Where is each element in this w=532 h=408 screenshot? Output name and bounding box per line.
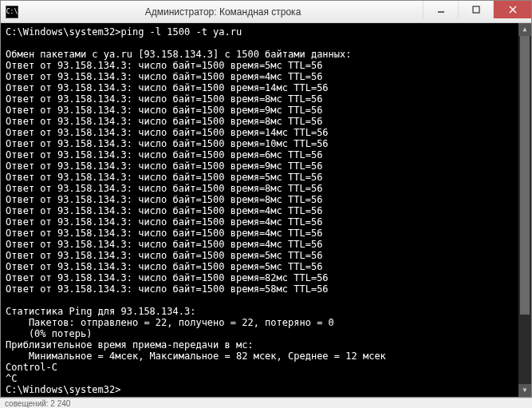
ping-reply: Ответ от 93.158.134.3: число байт=1500 в…: [6, 71, 526, 82]
ping-reply: Ответ от 93.158.134.3: число байт=1500 в…: [6, 127, 526, 138]
ping-reply: Ответ от 93.158.134.3: число байт=1500 в…: [6, 149, 526, 160]
ping-reply: Ответ от 93.158.134.3: число байт=1500 в…: [6, 250, 526, 261]
scrollbar[interactable]: ▲ ▼: [518, 23, 531, 397]
cmd-icon: C:\: [6, 6, 18, 18]
close-button[interactable]: [493, 1, 531, 18]
scroll-track[interactable]: [518, 36, 531, 384]
ping-reply: Ответ от 93.158.134.3: число байт=1500 в…: [6, 82, 526, 93]
maximize-button[interactable]: [458, 1, 493, 18]
scroll-up-icon[interactable]: ▲: [518, 23, 531, 36]
ping-reply: Ответ от 93.158.134.3: число байт=1500 в…: [6, 239, 526, 250]
caret-c: ^C: [6, 373, 526, 384]
ping-reply: Ответ от 93.158.134.3: число байт=1500 в…: [6, 205, 526, 216]
ping-reply: Ответ от 93.158.134.3: число байт=1500 в…: [6, 160, 526, 172]
blank-line: [6, 295, 526, 306]
ping-reply: Ответ от 93.158.134.3: число байт=1500 в…: [6, 183, 526, 194]
cmd-window: C:\ Администратор: Командная строка C:\W…: [0, 0, 532, 398]
terminal-content: C:\Windows\system32>ping -l 1500 -t ya.r…: [6, 26, 526, 395]
stats-rtt-header: Приблизительное время приема-передачи в …: [6, 339, 526, 351]
ping-header: Обмен пакетами с ya.ru [93.158.134.3] с …: [6, 49, 526, 60]
scroll-thumb[interactable]: [520, 36, 530, 315]
blank-line: [6, 38, 526, 49]
status-strip: совещений: 2 240: [0, 398, 532, 408]
ping-reply: Ответ от 93.158.134.3: число байт=1500 в…: [6, 60, 526, 71]
stats-header: Статистика Ping для 93.158.134.3:: [6, 306, 526, 317]
ping-reply: Ответ от 93.158.134.3: число байт=1500 в…: [6, 228, 526, 239]
svg-rect-1: [473, 6, 479, 13]
ping-reply: Ответ от 93.158.134.3: число байт=1500 в…: [6, 93, 526, 105]
control-c: Control-C: [6, 362, 526, 373]
ping-reply: Ответ от 93.158.134.3: число байт=1500 в…: [6, 283, 526, 295]
ping-reply: Ответ от 93.158.134.3: число байт=1500 в…: [6, 216, 526, 228]
titlebar[interactable]: C:\ Администратор: Командная строка: [1, 1, 531, 23]
stats-rtt: Минимальное = 4мсек, Максимальное = 82 м…: [6, 351, 526, 362]
ping-reply: Ответ от 93.158.134.3: число байт=1500 в…: [6, 172, 526, 183]
scroll-down-icon[interactable]: ▼: [518, 384, 531, 397]
terminal-area[interactable]: C:\Windows\system32>ping -l 1500 -t ya.r…: [1, 23, 531, 397]
ping-reply: Ответ от 93.158.134.3: число байт=1500 в…: [6, 116, 526, 127]
ping-reply: Ответ от 93.158.134.3: число байт=1500 в…: [6, 105, 526, 116]
ping-reply: Ответ от 93.158.134.3: число байт=1500 в…: [6, 261, 526, 272]
prompt-line: C:\Windows\system32>ping -l 1500 -t ya.r…: [6, 26, 526, 38]
ping-reply: Ответ от 93.158.134.3: число байт=1500 в…: [6, 194, 526, 205]
prompt-line: C:\Windows\system32>: [6, 384, 526, 395]
ping-reply: Ответ от 93.158.134.3: число байт=1500 в…: [6, 272, 526, 283]
window-title: Администратор: Командная строка: [23, 6, 423, 18]
window-controls: [423, 1, 531, 22]
ping-reply: Ответ от 93.158.134.3: число байт=1500 в…: [6, 138, 526, 149]
stats-packets: Пакетов: отправлено = 22, получено = 22,…: [6, 317, 526, 328]
stats-loss: (0% потерь): [6, 328, 526, 339]
minimize-button[interactable]: [423, 1, 458, 18]
